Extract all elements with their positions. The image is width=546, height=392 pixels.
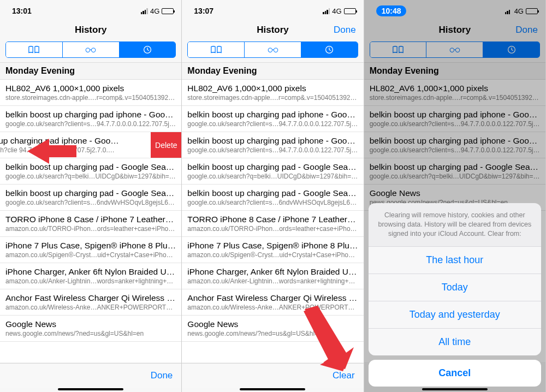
history-row[interactable]: HL802_AV6 1,000×1,000 pixels store.store…: [0, 80, 181, 106]
bookmarks-tab[interactable]: [6, 42, 63, 57]
history-row[interactable]: HL802_AV6 1,000×1,000 pixelsstore.storei…: [364, 80, 545, 106]
row-subtitle: google.co.uk/search?client=s…94.7.7.0.0.…: [187, 146, 358, 154]
history-row[interactable]: iPhone Charger, Anker 6ft Nylon Braided …: [182, 263, 363, 289]
row-title: belkin boost up charging pad - Google Se…: [187, 188, 358, 198]
segmented-control[interactable]: [5, 41, 176, 58]
history-list[interactable]: Monday Evening HL802_AV6 1,000×1,000 pix…: [0, 62, 181, 362]
clear-button[interactable]: Clear: [333, 370, 355, 381]
row-title: belkin boost up charging pad iphone - Go…: [5, 110, 176, 120]
cancel-button[interactable]: Cancel: [369, 360, 541, 387]
row-title: belkin boost up charging pad iphone - Go…: [187, 136, 358, 146]
book-icon: [210, 45, 222, 55]
clear-last-hour-option[interactable]: The last hour: [369, 247, 541, 274]
row-subtitle: google.co.uk/search?q=belki…UIDCgD&biw=1…: [5, 173, 176, 180]
segmented-control[interactable]: [370, 41, 540, 58]
history-row[interactable]: belkin boost up charging pad iphone - Go…: [364, 106, 545, 132]
history-row[interactable]: HL802_AV6 1,000×1,000 pixelsstore.storei…: [182, 80, 363, 106]
status-right: 4G: [505, 7, 538, 15]
history-row[interactable]: boost up charging pad iphone - Goo… uk/s…: [0, 132, 151, 158]
clear-today-option[interactable]: Today: [369, 274, 541, 301]
history-row[interactable]: belkin boost up charging pad iphone - Go…: [364, 132, 545, 158]
history-row[interactable]: belkin boost up charging pad - Google Se…: [182, 185, 363, 211]
delete-button[interactable]: Delete: [151, 132, 181, 158]
history-row[interactable]: Anchor Fast Wireless Charger Qi Wireless…: [182, 289, 363, 316]
row-title: HL802_AV6 1,000×1,000 pixels: [370, 84, 540, 93]
bookmarks-tab[interactable]: [188, 42, 245, 57]
action-sheet-group: Clearing will remove history, cookies an…: [369, 203, 541, 355]
row-subtitle: news.google.com/news/?ned=us&gl=US&hl=en: [5, 330, 176, 337]
clock-icon: [141, 45, 153, 55]
history-list[interactable]: Monday Evening HL802_AV6 1,000×1,000 pix…: [182, 62, 363, 362]
page-title: History: [439, 25, 471, 35]
row-title: HL802_AV6 1,000×1,000 pixels: [187, 84, 358, 93]
history-row[interactable]: iPhone Charger, Anker 6ft Nylon Braided …: [0, 263, 181, 289]
row-title: TORRO iPhone 8 Case / iPhone 7 Leather…: [5, 215, 176, 224]
done-button[interactable]: Done: [334, 19, 356, 41]
swiped-row-container[interactable]: boost up charging pad iphone - Goo… uk/s…: [0, 132, 181, 158]
bookmarks-tab[interactable]: [370, 42, 427, 57]
segmented-control[interactable]: [187, 41, 358, 58]
row-title: iPhone Charger, Anker 6ft Nylon Braided …: [5, 267, 176, 277]
network-label: 4G: [332, 7, 341, 15]
history-tab[interactable]: [301, 42, 358, 57]
row-subtitle: news.google.com/news/?ned=us&gl=US&hl=en: [187, 330, 358, 337]
status-right: 4G: [141, 7, 174, 15]
row-title: belkin boost up charging pad iphone - Go…: [187, 110, 358, 120]
row-title: iPhone 7 Plus Case, Spigen® iPhone 8 Plu…: [187, 241, 358, 251]
svg-point-10: [455, 48, 459, 52]
history-row[interactable]: TORRO iPhone 8 Case / iPhone 7 Leather…a…: [182, 211, 363, 237]
battery-icon: [162, 8, 174, 14]
history-row[interactable]: belkin boost up charging pad - Google Se…: [364, 158, 545, 185]
svg-point-9: [450, 48, 454, 52]
status-bar: 10:48 4G: [364, 0, 545, 19]
done-button[interactable]: Done: [151, 370, 173, 381]
home-indicator[interactable]: [58, 388, 123, 390]
history-row[interactable]: iPhone 7 Plus Case, Spigen® iPhone 8 Plu…: [0, 237, 181, 263]
history-tab[interactable]: [483, 42, 539, 57]
history-row[interactable]: TORRO iPhone 8 Case / iPhone 7 Leather… …: [0, 211, 181, 237]
glasses-icon: [267, 45, 279, 55]
history-row[interactable]: belkin boost up charging pad - Google Se…: [182, 158, 363, 185]
row-title: HL802_AV6 1,000×1,000 pixels: [5, 84, 176, 93]
clear-today-yesterday-option[interactable]: Today and yesterday: [369, 301, 541, 329]
signal-icon: [505, 8, 512, 14]
reading-list-tab[interactable]: [245, 42, 301, 57]
row-subtitle: store.storeimages.cdn-apple.…r=comp&.v=1…: [187, 94, 358, 102]
status-bar: 13:07 4G: [182, 0, 363, 19]
screenshot-panel-3: 10:48 4G History Done Monday Evening HL8…: [364, 0, 546, 392]
history-tab[interactable]: [120, 42, 176, 57]
history-row[interactable]: iPhone 7 Plus Case, Spigen® iPhone 8 Plu…: [182, 237, 363, 263]
home-indicator[interactable]: [422, 388, 488, 390]
reading-list-tab[interactable]: [426, 42, 483, 57]
clear-all-time-option[interactable]: All time: [369, 329, 541, 355]
history-row[interactable]: Anchor Fast Wireless Charger Qi Wireless…: [0, 289, 181, 316]
battery-icon: [344, 8, 356, 14]
svg-point-1: [92, 48, 96, 52]
history-row[interactable]: belkin boost up charging pad - Google Se…: [0, 158, 181, 185]
bottom-toolbar: Clear: [182, 363, 363, 388]
row-subtitle: amazon.co.uk/Anker-Lightnin…words=anker+…: [187, 277, 358, 285]
row-subtitle: google.co.uk/search?client=s…6ndvWvHSOqv…: [187, 199, 358, 206]
history-row[interactable]: belkin boost up charging pad - Google Se…: [0, 185, 181, 211]
section-header: Monday Evening: [0, 62, 181, 80]
done-button[interactable]: Done: [515, 19, 538, 41]
action-sheet-message: Clearing will remove history, cookies an…: [369, 203, 541, 247]
screenshot-panel-1: 13:01 4G History Monday Evening HL802_AV…: [0, 0, 182, 392]
history-row[interactable]: belkin boost up charging pad iphone - Go…: [0, 106, 181, 132]
row-title: boost up charging pad iphone - Goo…: [0, 136, 146, 146]
home-indicator[interactable]: [240, 388, 305, 390]
reading-list-tab[interactable]: [63, 42, 120, 57]
svg-point-5: [274, 48, 277, 52]
status-time[interactable]: 10:48: [376, 5, 407, 16]
row-title: Anchor Fast Wireless Charger Qi Wireless…: [187, 293, 358, 303]
history-row[interactable]: belkin boost up charging pad iphone - Go…: [182, 132, 363, 158]
history-row[interactable]: belkin boost up charging pad iphone - Go…: [182, 106, 363, 132]
row-subtitle: amazon.co.uk/Spigen®-Cryst…uid+Crystal+C…: [187, 251, 358, 259]
network-label: 4G: [514, 7, 524, 15]
row-title: belkin boost up charging pad - Google Se…: [187, 162, 358, 172]
history-row[interactable]: Google News news.google.com/news/?ned=us…: [0, 316, 181, 342]
row-title: TORRO iPhone 8 Case / iPhone 7 Leather…: [187, 215, 358, 224]
glasses-icon: [85, 45, 97, 55]
history-row[interactable]: Google Newsnews.google.com/news/?ned=us&…: [182, 316, 363, 342]
page-title: History: [257, 25, 289, 35]
